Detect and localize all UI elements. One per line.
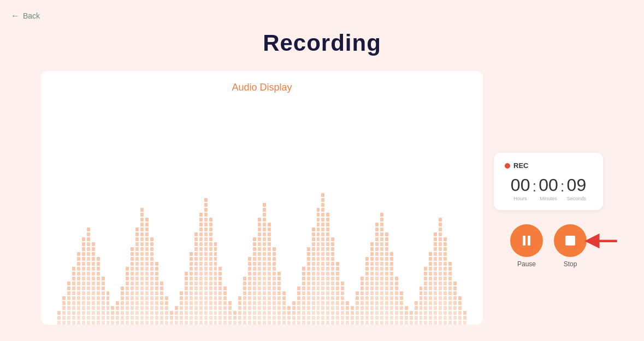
bar-block [302,306,305,310]
bar-group [420,286,423,325]
bar-block [424,277,427,280]
bar-block [321,296,324,300]
bar-group [145,218,149,325]
bar-block [82,267,85,271]
bar-block [307,247,310,251]
audio-display-label: Audio Display [57,82,466,93]
bar-block [370,262,374,266]
bar-block [302,321,305,325]
bar-block [150,262,153,266]
bar-group [180,291,183,325]
bar-block [107,321,110,325]
bar-block [263,291,266,295]
bar-block [140,267,144,271]
bar-block [199,247,203,251]
bar-block [253,267,256,271]
bar-block [214,247,217,251]
bar-block [145,301,149,305]
bar-block [361,321,364,325]
bar-block [282,301,286,305]
bar-block [380,316,383,320]
bar-block [145,218,149,222]
bar-block [135,237,139,241]
bar-block [204,232,208,236]
bar-block [121,296,124,300]
bar-block [420,316,423,320]
bar-block [336,306,339,310]
bar-block [102,282,105,285]
bar-block [263,203,266,207]
bar-block [258,286,261,290]
bar-block [268,272,271,276]
bar-block [145,277,149,280]
back-button[interactable]: ← Back [11,11,40,21]
bar-group [77,252,80,325]
bar-block [82,262,85,266]
bar-group [380,213,383,325]
bar-block [102,316,105,320]
bar-block [420,311,423,315]
bar-block [77,252,80,256]
bar-block [214,262,217,266]
bar-block [243,282,246,285]
bar-block [307,272,310,276]
bar-block [155,277,158,280]
bar-block [258,232,261,236]
bar-block [444,301,447,305]
bar-block [321,286,324,290]
bar-block [126,301,129,305]
bar-block [297,296,300,300]
bar-block [317,213,320,217]
bar-block [390,282,393,285]
bar-block [307,311,310,315]
bar-block [180,291,183,295]
bar-block [180,296,183,300]
bar-block [253,316,256,320]
bar-block [448,321,452,325]
bar-block [326,242,329,246]
bar-block [126,272,129,276]
bar-block [415,311,418,315]
bar-block [150,252,153,256]
bar-block [395,316,398,320]
bar-block [253,272,256,276]
bar-block [268,232,271,236]
bar-block [135,321,139,325]
bar-block [361,296,364,300]
bar-block [424,272,427,276]
bar-group [390,252,393,325]
bar-block [370,277,374,280]
bar-block [204,237,208,241]
timer-hours-unit: 00 Hours [511,176,530,201]
stop-button[interactable] [554,224,587,257]
bar-block [204,272,208,276]
bar-block [395,282,398,285]
bar-block [317,232,320,236]
bar-block [312,291,315,295]
bar-block [102,291,105,295]
bar-block [375,316,379,320]
bar-block [385,257,388,261]
bar-block [307,316,310,320]
bar-block [72,272,75,276]
bar-block [145,237,149,241]
bar-block [326,228,329,231]
bar-block [72,296,75,300]
bar-block [380,291,383,295]
bar-group [209,218,212,325]
bar-block [253,296,256,300]
bar-block [365,301,369,305]
pause-button[interactable] [510,224,543,257]
bar-block [331,311,334,315]
bar-block [297,321,300,325]
bar-block [463,321,466,325]
bar-block [140,282,144,285]
bar-block [297,301,300,305]
bar-block [263,301,266,305]
bar-block [57,316,61,320]
bar-block [356,296,359,300]
bar-block [307,291,310,295]
bar-block [370,296,374,300]
bar-block [160,321,163,325]
bar-block [444,306,447,310]
